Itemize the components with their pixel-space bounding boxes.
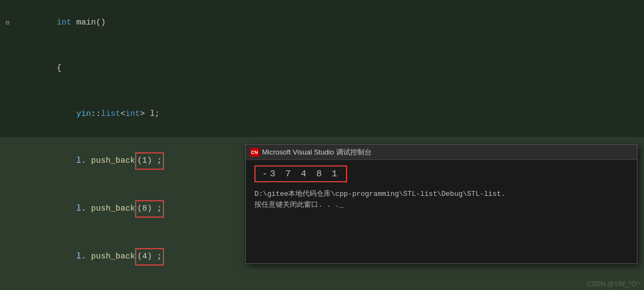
angle-close: > l; — [140, 109, 160, 119]
line-content-7: l. push_back(7) ; — [15, 281, 644, 290]
parens: () — [96, 18, 106, 27]
output-line: -3 7 4 8 1 — [254, 165, 628, 187]
line-2: { — [0, 46, 644, 91]
keyword-int: int — [57, 18, 71, 27]
dot-3: . — [81, 252, 91, 261]
editor-area: ⊟ int main() { yin::list<int> l; l. — [0, 0, 644, 290]
namespace-yin: yin — [76, 109, 91, 119]
line-7: l. push_back(7) ; — [0, 281, 644, 290]
line-content-1: int main() — [15, 0, 644, 46]
angle-open: < — [120, 109, 125, 119]
var-l-2: l — [76, 204, 81, 213]
watermark: CSDN @YIN_^O^ — [587, 280, 640, 288]
var-l-3: l — [76, 252, 81, 261]
fold-icon-1[interactable]: ⊟ — [6, 15, 10, 30]
kw-int-2: int — [125, 109, 140, 119]
line-content-2: { — [15, 46, 644, 91]
fn-pushback-3: push_back — [91, 252, 135, 261]
line-1: ⊟ int main() — [0, 0, 644, 46]
dot-2: . — [81, 204, 91, 213]
open-brace-1: { — [57, 64, 62, 73]
fn-pushback-1: push_back — [91, 156, 135, 165]
arg-box-3: (4) ; — [135, 248, 164, 266]
arg-box-1: (1) ; — [135, 152, 164, 170]
line-content-3: yin::list<int> l; — [15, 91, 644, 137]
console-body: -3 7 4 8 1 D:\gitee本地代码仓库\cpp-programmin… — [246, 160, 637, 263]
arg-box-2: (8) ; — [135, 200, 164, 218]
prompt-line: 按任意键关闭此窗口. . ._ — [254, 200, 628, 209]
console-titlebar: CN Microsoft Visual Studio 调试控制台 — [246, 145, 637, 160]
console-title: Microsoft Visual Studio 调试控制台 — [262, 147, 372, 157]
dcolon-1: :: — [91, 109, 101, 119]
main-text: main — [71, 18, 96, 27]
fn-pushback-2: push_back — [91, 204, 135, 213]
dot-1: . — [81, 156, 91, 165]
line-3: yin::list<int> l; — [0, 91, 644, 137]
gutter-1: ⊟ — [0, 15, 15, 30]
var-l-1: l — [76, 156, 81, 165]
output-box: -3 7 4 8 1 — [254, 165, 347, 182]
console-window: CN Microsoft Visual Studio 调试控制台 -3 7 4 … — [245, 144, 637, 264]
path-line: D:\gitee本地代码仓库\cpp-programming\STL-list\… — [254, 189, 628, 199]
kw-list: list — [101, 109, 120, 119]
console-app-icon: CN — [250, 148, 259, 157]
